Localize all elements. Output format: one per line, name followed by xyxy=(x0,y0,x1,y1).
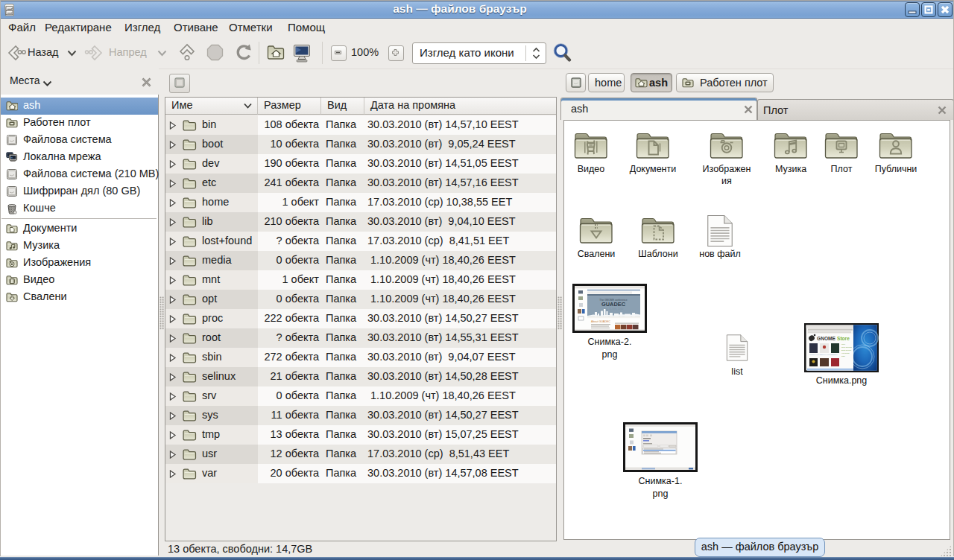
svg-text:Best sellers: Best sellers xyxy=(841,349,852,351)
svg-text:About GUADEC: About GUADEC xyxy=(591,320,610,323)
svg-text:Dark tee: Dark tee xyxy=(831,354,838,356)
svg-text:GNOME: GNOME xyxy=(817,336,836,341)
svg-text:July 24-30th, 2010: July 24-30th, 2010 xyxy=(604,308,623,311)
svg-text:Hot deals: Hot deals xyxy=(841,352,850,354)
svg-text:GUADEC: GUADEC xyxy=(601,301,626,308)
svg-text:Sale: Sale xyxy=(841,355,846,357)
svg-text:Men: Men xyxy=(841,343,845,346)
svg-text:New arrivals: New arrivals xyxy=(841,346,853,349)
svg-text:Store: Store xyxy=(837,336,850,341)
